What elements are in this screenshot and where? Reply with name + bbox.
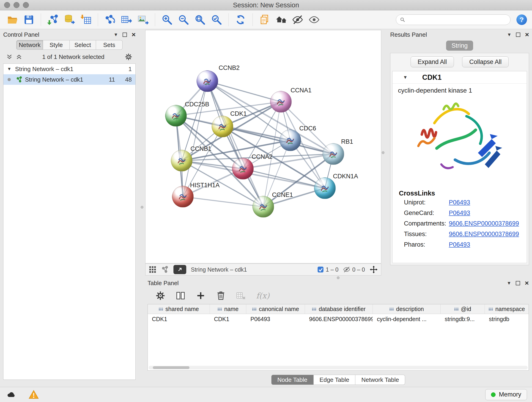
network-node-ccne1[interactable] [253,196,274,217]
import-table-button[interactable] [79,12,93,27]
table-row[interactable]: CDK1 CDK1 P06493 9606.ENSP00000378699 cy… [148,314,529,324]
panel-menu-icon[interactable]: ▼ [507,281,511,286]
duplicate-document-button[interactable] [257,12,272,27]
cell-namespace[interactable]: stringdb [485,314,529,324]
column-header[interactable]: canonical name [246,304,305,314]
collection-row[interactable]: ▼ String Network – cdk1 1 [3,64,135,74]
network-node-ccna1[interactable] [270,91,292,113]
column-header[interactable]: shared name [148,304,210,314]
cell-canonical-name[interactable]: P06493 [246,314,305,324]
float-panel-icon[interactable] [123,32,127,37]
cell-description[interactable]: cyclin-dependent ... [373,314,441,324]
collapse-all-button[interactable]: Collapse All [462,56,509,67]
hidden-eye-slash-icon[interactable] [343,266,350,273]
network-edge[interactable] [207,81,281,102]
network-node-rb1[interactable] [323,143,344,165]
expand-all-icon[interactable] [16,54,22,60]
delete-column-icon[interactable] [216,291,226,301]
expand-all-button[interactable]: Expand All [411,56,454,67]
minimize-window-button[interactable] [13,2,19,8]
open-session-button[interactable] [5,12,20,27]
network-node-cdc25b[interactable] [165,105,187,127]
hide-selected-button[interactable] [290,12,305,27]
tab-network-table[interactable]: Network Table [355,375,405,385]
open-in-new-window-button[interactable] [173,265,186,274]
network-node-cdc6[interactable] [279,129,301,151]
section-expander-icon[interactable]: ▼ [403,75,408,80]
import-network-from-file-button[interactable] [46,12,60,27]
collapse-all-icon[interactable] [6,54,12,60]
zoom-fit-button[interactable] [193,12,207,27]
network-node-hist1h1a[interactable] [172,186,194,207]
network-canvas[interactable]: CCNB2CCNA1CDC25BCDK1CDC6RB1CCNB1CCNA2CDK… [146,30,381,263]
tab-node-table[interactable]: Node Table [271,375,314,385]
cell-id[interactable]: stringdb:9... [441,314,485,324]
network-view[interactable]: CCNB2CCNA1CDC25BCDK1CDC6RB1CCNB1CCNA2CDK… [145,30,381,263]
splitter-handle[interactable] [337,276,340,279]
horizontal-scrollbar[interactable] [149,366,528,370]
cloud-button[interactable] [5,389,17,400]
column-header[interactable]: database identifier [305,304,373,314]
close-window-button[interactable] [4,2,10,8]
tab-style[interactable]: Style [43,40,70,50]
close-panel-icon[interactable]: × [525,32,529,37]
panel-menu-icon[interactable]: ▼ [114,32,118,37]
show-all-button[interactable] [307,12,322,27]
tree-expander-icon[interactable]: ▼ [7,66,12,71]
save-session-button[interactable] [22,12,36,27]
show-columns-icon[interactable] [176,291,186,301]
crosslink-link[interactable]: P06493 [449,199,470,206]
apply-layout-button[interactable] [233,12,248,27]
selected-checkbox-icon[interactable] [317,266,324,273]
crosslink-link[interactable]: P06493 [449,241,470,248]
zoom-selected-button[interactable] [209,12,224,27]
network-row[interactable]: String Network – cdk1 11 48 [3,74,135,85]
first-neighbors-button[interactable] [274,12,288,27]
column-header[interactable]: name [210,304,246,314]
column-header[interactable]: @id [441,304,485,314]
column-header[interactable]: description [373,304,441,314]
search-input[interactable] [408,16,507,24]
table-settings-gear-icon[interactable] [155,291,165,301]
crosslink-link[interactable]: P06493 [449,210,470,217]
pan-crosshair-icon[interactable] [370,265,378,274]
tab-network[interactable]: Network [16,40,43,50]
memory-button[interactable]: Memory [485,389,527,400]
network-node-ccna2[interactable] [232,158,254,179]
float-panel-icon[interactable] [516,281,520,285]
network-edge[interactable] [183,197,263,207]
network-node-cdkn1a[interactable] [314,177,336,199]
zoom-in-button[interactable] [160,12,174,27]
close-panel-icon[interactable]: × [525,281,529,285]
help-button[interactable]: ? [516,14,527,25]
add-column-icon[interactable] [196,291,206,301]
gear-icon[interactable] [125,53,133,61]
scrollbar-thumb[interactable] [153,366,190,369]
close-panel-icon[interactable]: × [132,32,136,37]
network-edge[interactable] [183,81,207,197]
crosslink-link[interactable]: 9606.ENSP00000378699 [449,220,519,227]
cell-database-identifier[interactable]: 9606.ENSP00000378699 [305,314,373,324]
crosslink-link[interactable]: 9606.ENSP00000378699 [449,230,519,238]
float-panel-icon[interactable] [516,32,520,37]
clone-network-button[interactable] [103,12,117,27]
cell-shared-name[interactable]: CDK1 [148,314,210,324]
export-image-button[interactable] [136,12,150,27]
zoom-out-button[interactable] [176,12,191,27]
tab-select[interactable]: Select [70,40,96,50]
network-icon[interactable] [161,266,169,274]
network-node-cdk1[interactable] [212,116,233,137]
tab-edge-table[interactable]: Edge Table [314,375,355,385]
network-node-ccnb1[interactable] [171,150,192,172]
zoom-window-button[interactable] [23,2,29,8]
import-network-from-database-button[interactable] [62,12,77,27]
column-header[interactable]: namespace [485,304,529,314]
cell-name[interactable]: CDK1 [210,314,246,324]
panel-menu-icon[interactable]: ▼ [507,32,512,37]
splitter-handle[interactable] [382,151,385,154]
warnings-button[interactable] [27,389,40,400]
export-table-button[interactable] [119,12,134,27]
grid-view-icon[interactable] [149,266,157,274]
network-node-ccnb2[interactable] [196,70,218,92]
tab-sets[interactable]: Sets [96,40,123,50]
